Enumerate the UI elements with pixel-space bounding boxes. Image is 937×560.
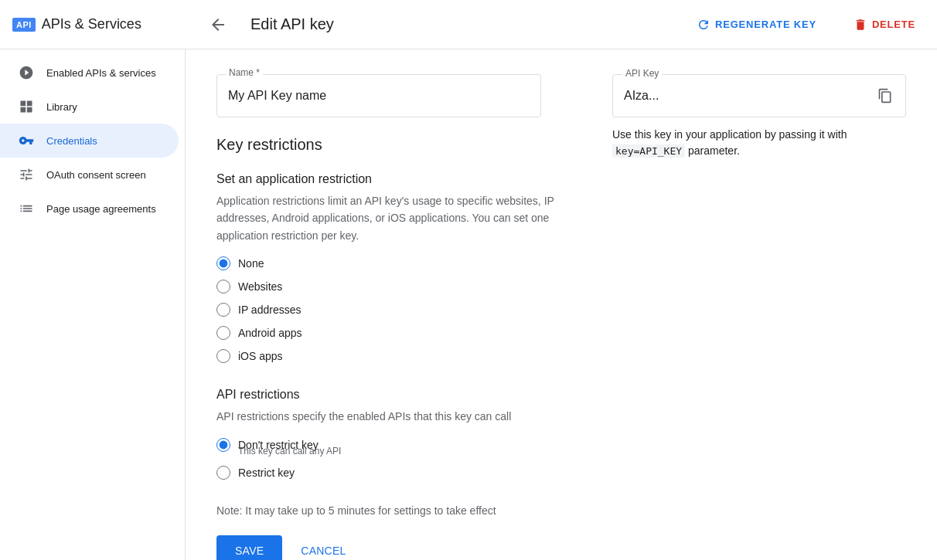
app-restriction-desc: Application restrictions limit an API ke… (216, 192, 581, 244)
radio-dont-restrict-input[interactable] (216, 438, 230, 452)
api-key-value: AIza... (624, 89, 868, 103)
radio-android[interactable]: Android apps (216, 326, 581, 340)
left-column: Name * Key restrictions Set an applicati… (216, 74, 581, 560)
sidebar-item-label: OAuth consent screen (46, 169, 146, 181)
note-text: Note: It may take up to 5 minutes for se… (216, 504, 581, 517)
radio-ip[interactable]: IP addresses (216, 303, 581, 317)
delete-label: DELETE (872, 19, 915, 30)
radio-websites-input[interactable] (216, 280, 230, 294)
radio-ios-input[interactable] (216, 349, 230, 363)
api-restriction-block: API restrictions API restrictions specif… (216, 388, 581, 479)
sidebar-item-credentials[interactable]: Credentials (0, 124, 179, 158)
radio-ios-label: iOS apps (238, 350, 283, 362)
app-restriction-block: Set an application restriction Applicati… (216, 172, 581, 363)
app-restriction-title: Set an application restriction (216, 172, 581, 186)
radio-websites[interactable]: Websites (216, 280, 581, 294)
radio-websites-label: Websites (238, 280, 282, 293)
radio-ios[interactable]: iOS apps (216, 349, 581, 363)
radio-ip-label: IP addresses (238, 304, 301, 316)
api-radio-dont-restrict-wrapper: Don't restrict key This key can call any… (216, 438, 581, 456)
api-logo: API (12, 18, 36, 32)
sidebar-item-label: Enabled APIs & services (46, 67, 156, 79)
radio-ip-input[interactable] (216, 303, 230, 317)
sidebar: Enabled APIs & services Library Credenti… (0, 49, 186, 560)
sidebar-item-label: Library (46, 101, 77, 113)
right-column: API Key AIza... Use this key in your app… (612, 74, 906, 560)
radio-dont-restrict-sublabel: This key can call any API (238, 446, 581, 456)
sidebar-item-enabled-apis[interactable]: Enabled APIs & services (0, 56, 179, 90)
content-area: Name * Key restrictions Set an applicati… (186, 49, 937, 560)
regenerate-key-button[interactable]: REGENERATE KEY (687, 12, 826, 38)
copy-api-key-button[interactable] (871, 82, 899, 110)
delete-button[interactable]: DELETE (844, 12, 925, 38)
main-layout: Enabled APIs & services Library Credenti… (0, 49, 937, 560)
radio-none-label: None (238, 257, 264, 270)
name-input[interactable] (216, 74, 541, 117)
sidebar-item-library[interactable]: Library (0, 90, 179, 124)
key-icon (19, 133, 34, 148)
radio-none[interactable]: None (216, 256, 581, 270)
sidebar-item-page-usage[interactable]: Page usage agreements (0, 192, 179, 226)
top-header: API APIs & Services Edit API key REGENER… (0, 0, 937, 49)
radio-restrict[interactable]: Restrict key (216, 466, 581, 480)
api-restriction-radio-group: Don't restrict key This key can call any… (216, 438, 581, 480)
tune-icon (19, 167, 34, 182)
section-title: Key restrictions (216, 136, 581, 154)
name-field-group: Name * (216, 74, 581, 117)
list-icon (19, 201, 34, 216)
sidebar-item-label: Credentials (46, 135, 97, 147)
name-text-field: Name * (216, 74, 541, 117)
grid-icon (19, 99, 34, 114)
api-restriction-title: API restrictions (216, 388, 581, 402)
sidebar-item-label: Page usage agreements (46, 203, 156, 215)
key-restrictions-section: Key restrictions Set an application rest… (216, 136, 581, 560)
header-actions: REGENERATE KEY DELETE (687, 12, 925, 38)
regenerate-label: REGENERATE KEY (715, 19, 816, 30)
page-title: Edit API key (250, 15, 334, 33)
back-button[interactable] (204, 11, 232, 39)
app-restriction-radio-group: None Websites IP addresses (216, 256, 581, 363)
two-column-layout: Name * Key restrictions Set an applicati… (216, 74, 906, 560)
service-title: APIs & Services (42, 16, 141, 32)
cancel-button[interactable]: CANCEL (295, 535, 352, 560)
radio-android-label: Android apps (238, 327, 302, 339)
radio-none-input[interactable] (216, 256, 230, 270)
radio-android-input[interactable] (216, 326, 230, 340)
sidebar-item-oauth[interactable]: OAuth consent screen (0, 158, 179, 192)
save-button[interactable]: SAVE (216, 535, 282, 560)
api-restriction-desc: API restrictions specify the enabled API… (216, 408, 581, 425)
page-header: Edit API key REGENERATE KEY DELETE (198, 11, 925, 39)
api-key-hint: Use this key in your application by pass… (612, 127, 906, 159)
api-key-field: API Key AIza... (612, 74, 906, 117)
action-buttons: SAVE CANCEL (216, 535, 581, 560)
api-key-container: API Key AIza... Use this key in your app… (612, 74, 906, 159)
logo-area: API APIs & Services (12, 16, 198, 32)
gear-icon (19, 65, 34, 80)
api-key-label: API Key (622, 68, 662, 79)
radio-restrict-label: Restrict key (238, 467, 295, 479)
radio-restrict-input[interactable] (216, 466, 230, 480)
name-label: Name * (226, 67, 263, 78)
